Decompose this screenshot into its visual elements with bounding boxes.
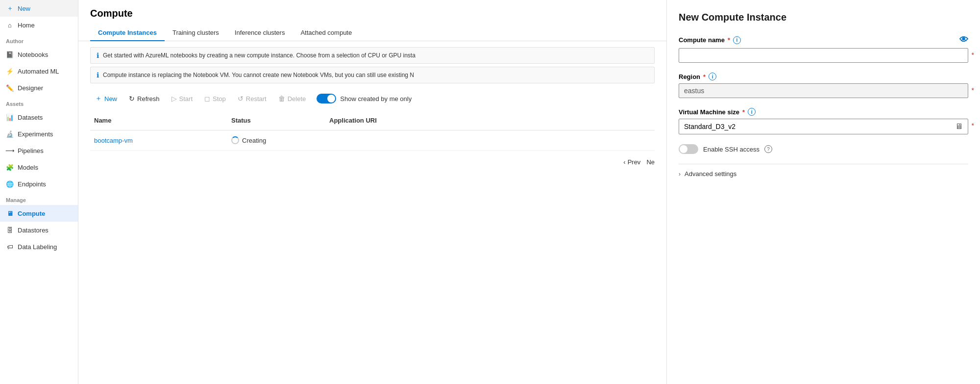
compute-name-label: Compute name * i 👁 [679,35,968,45]
home-icon: ⌂ [6,21,14,29]
delete-button[interactable]: 🗑 Delete [273,92,311,105]
sidebar-item-datasets[interactable]: 📊 Datasets [0,109,78,126]
col-uri: Application URI [325,115,655,126]
delete-icon: 🗑 [278,95,285,102]
ssh-label: Enable SSH access [703,146,760,153]
region-field: Region * i * [679,73,968,98]
info-icon-2: ℹ [97,71,99,79]
panel-title: New Compute Instance [679,12,968,23]
required-indicator-2: * [972,86,974,94]
table-header: Name Status Application URI [90,111,655,130]
right-panel: New Compute Instance Compute name * i 👁 … [666,0,980,384]
automl-icon: ⚡ [6,67,14,75]
advanced-settings-row[interactable]: › Advanced settings [679,164,968,183]
tab-training-clusters[interactable]: Training clusters [165,25,227,41]
row-status: Creating [227,134,325,146]
region-info-icon[interactable]: i [709,73,716,80]
required-indicator-1: * [972,51,974,59]
content-area: ℹ Get started with AzureML notebooks by … [78,41,666,384]
tab-inference-clusters[interactable]: Inference clusters [227,25,293,41]
sidebar-item-automated-ml[interactable]: ⚡ Automated ML [0,63,78,79]
monitor-icon: 🖥 [955,122,963,131]
compute-name-wrapper: * [679,48,968,63]
sidebar: ＋ New ⌂ Home Author 📓 Notebooks ⚡ Automa… [0,0,78,384]
sidebar-item-pipelines[interactable]: ⟶ Pipelines [0,142,78,159]
sidebar-item-compute[interactable]: 🖥 Compute [0,205,78,222]
stop-button[interactable]: ◻ Stop [199,92,231,105]
region-wrapper: * [679,83,968,98]
row-uri [325,138,655,142]
status-spinner [231,136,239,144]
ssh-toggle-thumb [680,145,687,153]
sidebar-item-data-labeling[interactable]: 🏷 Data Labeling [0,238,78,255]
assets-section-label: Assets [0,96,78,109]
sidebar-item-home[interactable]: ⌂ Home [0,17,78,33]
compute-table: Name Status Application URI bootcamp-vm … [90,111,655,151]
toggle-track[interactable] [317,94,336,103]
manage-section-label: Manage [0,192,78,205]
plus-icon: ＋ [95,94,102,103]
restart-button[interactable]: ↺ Restart [233,92,271,105]
compute-icon: 🖥 [6,209,14,217]
page-header: Compute Compute Instances Training clust… [78,0,666,41]
sidebar-item-models[interactable]: 🧩 Models [0,159,78,176]
required-star-3: * [742,108,745,116]
pagination: ‹ Prev Ne [90,151,655,174]
compute-name-input[interactable] [679,48,968,63]
sidebar-item-notebooks[interactable]: 📓 Notebooks [0,46,78,63]
required-star-2: * [703,73,706,80]
ssh-row: Enable SSH access ? [679,144,968,154]
sidebar-new-button[interactable]: ＋ New [0,0,78,17]
stop-icon: ◻ [204,95,210,102]
vm-size-info-icon[interactable]: i [748,108,756,116]
advanced-settings-label: Advanced settings [685,170,736,178]
required-indicator-3: * [972,122,974,129]
vm-size-wrapper: Standard_D3_v2 🖥 * [679,119,968,134]
chevron-right-icon: › [679,171,681,178]
sidebar-item-datastores[interactable]: 🗄 Datastores [0,222,78,238]
col-status: Status [227,115,325,126]
vm-size-select[interactable]: Standard_D3_v2 🖥 [679,119,968,134]
info-bar-1: ℹ Get started with AzureML notebooks by … [90,47,655,64]
region-input [679,83,968,98]
data-labeling-icon: 🏷 [6,243,14,251]
toolbar: ＋ New ↻ Refresh ▷ Start ◻ Stop ↺ Restart… [90,86,655,111]
col-name: Name [90,115,227,126]
models-icon: 🧩 [6,163,14,171]
ssh-toggle[interactable] [679,144,698,154]
sidebar-item-designer[interactable]: ✏️ Designer [0,79,78,96]
datasets-icon: 📊 [6,113,14,121]
page-title: Compute [90,8,655,19]
refresh-icon: ↻ [129,95,135,102]
toggle-thumb [327,95,335,102]
table-row: bootcamp-vm Creating [90,130,655,151]
compute-name-info-icon[interactable]: i [733,36,741,44]
tab-attached-compute[interactable]: Attached compute [293,25,360,41]
show-created-by-me-toggle[interactable]: Show created by me only [317,94,412,103]
next-button[interactable]: Ne [646,158,655,166]
vm-size-label: Virtual Machine size * i [679,108,968,116]
designer-icon: ✏️ [6,84,14,92]
new-button[interactable]: ＋ New [90,91,122,106]
start-button[interactable]: ▷ Start [167,92,197,105]
tab-compute-instances[interactable]: Compute Instances [90,25,165,41]
plus-icon: ＋ [6,4,14,12]
required-star-1: * [728,36,730,44]
datastores-icon: 🗄 [6,226,14,234]
eye-icon[interactable]: 👁 [959,35,968,45]
sidebar-item-endpoints[interactable]: 🌐 Endpoints [0,176,78,192]
sidebar-item-experiments[interactable]: 🔬 Experiments [0,126,78,142]
notebook-icon: 📓 [6,51,14,58]
restart-icon: ↺ [238,95,244,102]
endpoints-icon: 🌐 [6,180,14,188]
chevron-left-icon: ‹ [623,158,625,166]
tabs-container: Compute Instances Training clusters Infe… [90,25,655,41]
row-name[interactable]: bootcamp-vm [90,135,227,146]
info-icon-1: ℹ [97,51,99,59]
vm-size-field: Virtual Machine size * i Standard_D3_v2 … [679,108,968,134]
refresh-button[interactable]: ↻ Refresh [124,92,165,105]
start-icon: ▷ [172,95,177,102]
region-label: Region * i [679,73,968,80]
prev-button[interactable]: ‹ Prev [623,158,640,166]
ssh-help-icon[interactable]: ? [764,145,772,153]
